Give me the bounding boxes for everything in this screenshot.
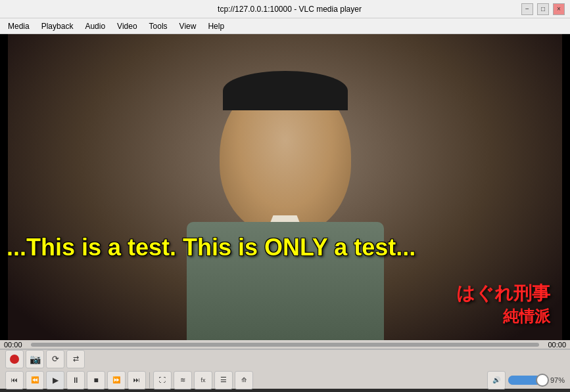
effects-button[interactable]: fx	[194, 371, 212, 389]
loop-button[interactable]: ⟳	[46, 350, 64, 368]
volume-area: 🔊 97%	[487, 371, 565, 389]
play-icon: ▶	[53, 376, 59, 385]
window-controls: − □ ×	[521, 3, 565, 15]
time-elapsed: 00:00	[4, 341, 27, 349]
jp-text-line2: 純情派	[456, 306, 550, 327]
controls-bar: 📷 ⟳ ⇄ ⏮ ⏪ ▶	[0, 349, 570, 389]
pause-icon: ⏸	[72, 376, 80, 385]
subtitle-text: ...This is a test. This is ONLY a test..…	[0, 234, 570, 261]
extended-icon: ⟰	[241, 376, 247, 383]
title-bar: tcp://127.0.0.1:10000 - VLC media player…	[0, 0, 570, 18]
menu-video[interactable]: Video	[112, 20, 142, 32]
menu-playback[interactable]: Playback	[36, 20, 79, 32]
volume-handle	[536, 374, 549, 387]
prev-icon: ⏮	[11, 376, 18, 383]
backward-icon: ⏪	[31, 376, 39, 383]
shuffle-button[interactable]: ⇄	[66, 350, 85, 368]
fullscreen-button[interactable]: ⛶	[153, 371, 172, 389]
controls-row2: ⏮ ⏪ ▶ ⏸ ■ ⏩ ⏭	[5, 371, 565, 389]
forward-button[interactable]: ⏩	[107, 371, 126, 389]
pause-button[interactable]: ⏸	[66, 371, 85, 389]
record-button[interactable]	[5, 350, 24, 368]
menu-help[interactable]: Help	[202, 20, 229, 32]
snapshot-icon: 📷	[30, 354, 41, 364]
menu-bar: Media Playback Audio Video Tools View He…	[0, 18, 570, 34]
time-total: 00:00	[543, 341, 566, 349]
seek-track[interactable]	[31, 343, 539, 347]
volume-label: 97%	[550, 376, 565, 384]
shuffle-icon: ⇄	[73, 355, 79, 363]
equalizer-icon: ≋	[180, 376, 185, 383]
record-icon	[10, 355, 19, 364]
fullscreen-icon: ⛶	[159, 376, 166, 383]
playlist-icon: ☰	[220, 376, 227, 384]
minimize-button[interactable]: −	[521, 3, 533, 15]
jp-text-line1: はぐれ刑事	[456, 281, 550, 306]
next-button[interactable]: ⏭	[128, 371, 146, 389]
menu-audio[interactable]: Audio	[80, 20, 110, 32]
effects-icon: fx	[201, 377, 205, 383]
maximize-button[interactable]: □	[537, 3, 549, 15]
prev-button[interactable]: ⏮	[5, 371, 24, 389]
person-face	[220, 77, 351, 235]
separator1	[149, 372, 150, 388]
black-bar-left	[0, 34, 8, 340]
close-button[interactable]: ×	[553, 3, 565, 15]
controls-row1: 📷 ⟳ ⇄	[5, 350, 565, 368]
menu-media[interactable]: Media	[3, 20, 35, 32]
next-icon: ⏭	[133, 376, 140, 383]
window-title: tcp://127.0.0.1:10000 - VLC media player	[58, 5, 521, 14]
seek-bar-container: 00:00 00:00	[0, 340, 570, 349]
extended-button[interactable]: ⟰	[235, 371, 253, 389]
play-button[interactable]: ▶	[46, 371, 64, 389]
menu-tools[interactable]: Tools	[144, 20, 173, 32]
volume-icon: 🔊	[492, 376, 500, 383]
backward-button[interactable]: ⏪	[26, 371, 44, 389]
volume-slider[interactable]	[508, 376, 548, 385]
volume-button[interactable]: 🔊	[487, 371, 506, 389]
black-bar-right	[562, 34, 570, 340]
person-figure	[147, 64, 423, 340]
equalizer-button[interactable]: ≋	[174, 371, 192, 389]
stop-button[interactable]: ■	[87, 371, 105, 389]
snapshot-button[interactable]: 📷	[26, 350, 44, 368]
controls-inner: 📷 ⟳ ⇄ ⏮ ⏪ ▶	[5, 350, 565, 389]
playlist-button[interactable]: ☰	[214, 371, 233, 389]
japanese-watermark: はぐれ刑事 純情派	[456, 281, 550, 327]
forward-icon: ⏩	[112, 376, 120, 383]
stop-icon: ■	[93, 376, 98, 385]
video-frame: ...This is a test. This is ONLY a test..…	[0, 34, 570, 340]
loop-icon: ⟳	[52, 354, 59, 364]
menu-view[interactable]: View	[174, 20, 202, 32]
video-area[interactable]: ...This is a test. This is ONLY a test..…	[0, 34, 570, 340]
